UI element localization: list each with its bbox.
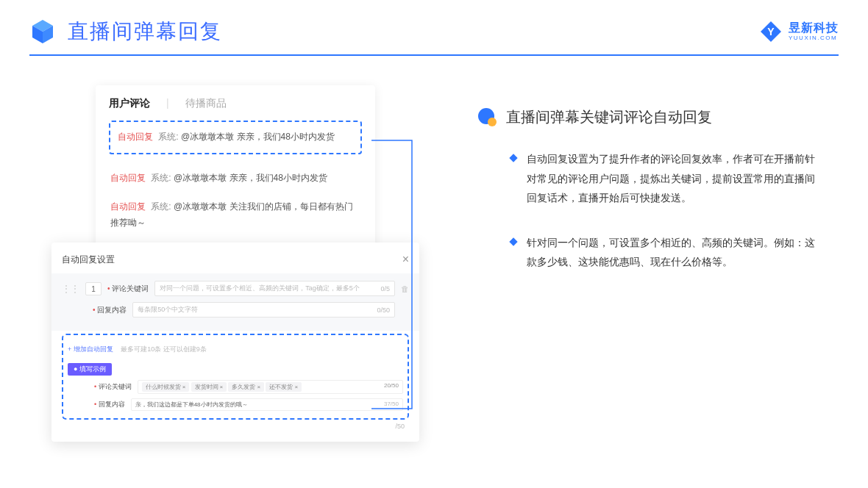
chat-bubble-icon bbox=[478, 108, 497, 127]
ex-keyword-label: 评论关键词 bbox=[94, 382, 132, 392]
add-hint: 最多可建10条 还可以创建9条 bbox=[121, 345, 207, 353]
content-input[interactable]: 每条限50个中文字符 0/50 bbox=[132, 302, 395, 317]
settings-dialog: 自动回复设置 × ⋮⋮ 1 评论关键词 对同一个问题，可设置多个相近、高频的关键… bbox=[51, 243, 419, 442]
cube-icon bbox=[29, 18, 56, 45]
keyword-input[interactable]: 对同一个问题，可设置多个相近、高频的关键词，Tag确定，最多5个 0/5 bbox=[154, 281, 395, 296]
right-column: 直播间弹幕关键词评论自动回复 自动回复设置为了提升作者的评论回复效率，作者可在开… bbox=[478, 85, 824, 438]
bullet-item: 针对同一个问题，可设置多个相近的、高频的关键词。例如：这款多少钱、这块能优惠吗、… bbox=[515, 233, 824, 272]
section-title: 直播间弹幕关键词评论自动回复 bbox=[506, 107, 712, 127]
keyword-placeholder: 对同一个问题，可设置多个相近、高频的关键词，Tag确定，最多5个 bbox=[160, 284, 380, 293]
comment-text: @冰墩墩本墩 亲亲，我们48小时内发货 bbox=[174, 173, 327, 183]
auto-reply-tag: 自动回复 bbox=[118, 132, 153, 142]
page-header: 直播间弹幕回复 Y 昱新科技 YUUXIN.COM bbox=[0, 0, 868, 54]
comment-item: 自动回复 系统: @冰墩墩本墩 亲亲，我们48小时内发货 bbox=[109, 168, 362, 190]
settings-header: 自动回复设置 × bbox=[51, 250, 419, 273]
drag-handle-icon[interactable]: ⋮⋮ bbox=[62, 284, 79, 293]
settings-body: ⋮⋮ 1 评论关键词 对同一个问题，可设置多个相近、高频的关键词，Tag确定，最… bbox=[51, 273, 419, 331]
ex-content-counter: 37/50 bbox=[384, 401, 399, 409]
tab-pending-goods[interactable]: 待播商品 bbox=[185, 97, 227, 110]
section-head: 直播间弹幕关键词评论自动回复 bbox=[478, 107, 824, 127]
brand: Y 昱新科技 YUUXIN.COM bbox=[759, 20, 839, 43]
settings-lower: + 增加自动回复 最多可建10条 还可以创建9条 ● 填写示例 评论关键词 什么… bbox=[51, 331, 419, 430]
comment-text: @冰墩墩本墩 亲亲，我们48小时内发货 bbox=[181, 132, 335, 142]
ex-keyword-field[interactable]: 什么时候发货× 发货时间× 多久发货× 还不发货× 20/50 bbox=[138, 380, 403, 394]
content-placeholder: 每条限50个中文字符 bbox=[138, 305, 377, 315]
ex-content-label: 回复内容 bbox=[94, 400, 125, 409]
example-keyword-row: 评论关键词 什么时候发货× 发货时间× 多久发货× 还不发货× 20/50 bbox=[68, 380, 403, 394]
main-content: 用户评论 | 待播商品 自动回复 系统: @冰墩墩本墩 亲亲，我们48小时内发货… bbox=[0, 56, 868, 438]
tag-chip[interactable]: 多久发货× bbox=[228, 382, 264, 392]
ex-content-value: 亲，我们这边都是下单48小时内发货的哦～ bbox=[135, 401, 248, 409]
keyword-row: ⋮⋮ 1 评论关键词 对同一个问题，可设置多个相近、高频的关键词，Tag确定，最… bbox=[62, 281, 409, 296]
comment-text: @冰墩墩本墩 关注我们的店铺，每日都有热门推荐呦～ bbox=[110, 201, 353, 228]
ex-content-field[interactable]: 亲，我们这边都是下单48小时内发货的哦～ 37/50 bbox=[131, 398, 403, 411]
header-left: 直播间弹幕回复 bbox=[29, 18, 222, 46]
ex-kw-counter: 20/50 bbox=[384, 382, 399, 392]
brand-cn: 昱新科技 bbox=[789, 22, 839, 34]
tag-chip[interactable]: 还不发货× bbox=[266, 382, 302, 392]
bullet-list: 自动回复设置为了提升作者的评论回复效率，作者可在开播前针对常见的评论用户问题，提… bbox=[478, 149, 824, 272]
system-label: 系统: bbox=[151, 173, 171, 183]
comments-card: 用户评论 | 待播商品 自动回复 系统: @冰墩墩本墩 亲亲，我们48小时内发货… bbox=[96, 85, 375, 256]
row-number: 1 bbox=[85, 282, 102, 295]
tag-chip[interactable]: 发货时间× bbox=[191, 382, 227, 392]
example-pill: ● 填写示例 bbox=[68, 363, 112, 376]
comments-tabs: 用户评论 | 待播商品 bbox=[109, 97, 362, 110]
left-column: 用户评论 | 待播商品 自动回复 系统: @冰墩墩本墩 亲亲，我们48小时内发货… bbox=[51, 85, 419, 438]
tag-chip[interactable]: 什么时候发货× bbox=[142, 382, 190, 392]
content-label: 回复内容 bbox=[93, 305, 127, 315]
comment-item: 自动回复 系统: @冰墩墩本墩 关注我们的店铺，每日都有热门推荐呦～ bbox=[109, 196, 362, 234]
tab-divider: | bbox=[166, 97, 169, 110]
trash-icon[interactable]: 🗑 bbox=[401, 284, 409, 293]
example-highlight-box: + 增加自动回复 最多可建10条 还可以创建9条 ● 填写示例 评论关键词 什么… bbox=[62, 334, 409, 420]
tab-user-comments[interactable]: 用户评论 bbox=[109, 97, 150, 110]
keyword-counter: 0/5 bbox=[380, 285, 390, 293]
bullet-item: 自动回复设置为了提升作者的评论回复效率，作者可在开播前针对常见的评论用户问题，提… bbox=[515, 149, 824, 208]
ex-tags-wrap: 什么时候发货× 发货时间× 多久发货× 还不发货× bbox=[142, 382, 302, 392]
system-label: 系统: bbox=[151, 201, 171, 212]
svg-point-5 bbox=[488, 118, 497, 126]
example-content-row: 回复内容 亲，我们这边都是下单48小时内发货的哦～ 37/50 bbox=[68, 398, 403, 411]
content-counter: 0/50 bbox=[377, 306, 390, 314]
keyword-label: 评论关键词 bbox=[107, 284, 149, 294]
content-row: 回复内容 每条限50个中文字符 0/50 bbox=[62, 302, 409, 317]
settings-title: 自动回复设置 bbox=[62, 254, 115, 266]
auto-reply-tag: 自动回复 bbox=[110, 173, 146, 183]
close-icon[interactable]: × bbox=[402, 253, 409, 266]
extra-counter: /50 bbox=[62, 420, 409, 430]
system-label: 系统: bbox=[158, 132, 178, 142]
brand-text: 昱新科技 YUUXIN.COM bbox=[789, 22, 839, 41]
auto-reply-tag: 自动回复 bbox=[110, 201, 146, 212]
page-title: 直播间弹幕回复 bbox=[68, 18, 222, 46]
brand-en: YUUXIN.COM bbox=[789, 35, 839, 41]
comment-highlighted: 自动回复 系统: @冰墩墩本墩 亲亲，我们48小时内发货 bbox=[109, 121, 362, 154]
add-auto-reply-link[interactable]: + 增加自动回复 bbox=[68, 345, 113, 353]
brand-logo-icon: Y bbox=[759, 20, 783, 43]
svg-text:Y: Y bbox=[767, 26, 775, 37]
